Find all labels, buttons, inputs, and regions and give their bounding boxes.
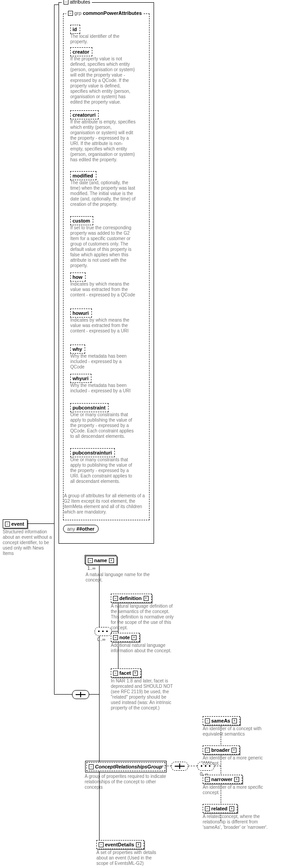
minus-icon[interactable]: − <box>205 718 210 723</box>
minus-icon[interactable]: − <box>89 764 94 769</box>
crg-desc: A group of properites required to indica… <box>85 774 170 790</box>
attr-pubconstrainturi[interactable]: pubconstrainturi <box>70 448 115 457</box>
plus-icon[interactable]: + <box>133 671 138 676</box>
grp-title: −grp commonPowerAttributes <box>66 10 144 16</box>
plus-icon[interactable]: + <box>231 748 236 753</box>
attr-whyuri[interactable]: whyuri <box>70 374 91 383</box>
minus-icon[interactable]: − <box>205 806 210 811</box>
minus-icon[interactable]: − <box>113 596 118 601</box>
plus-icon[interactable]: + <box>109 558 114 563</box>
attr-creator[interactable]: creator <box>70 47 92 56</box>
attr-why[interactable]: why <box>70 345 85 354</box>
attr-creatoruri-desc: If the attribute is empty, specifies whi… <box>70 119 136 163</box>
attr-pubconstraint[interactable]: pubconstraint <box>70 403 109 412</box>
attributes-title: −attributes <box>62 0 92 5</box>
related-desc: A related concept, where the relationshi… <box>203 814 268 830</box>
minus-icon[interactable]: − <box>113 635 118 640</box>
minus-icon[interactable]: − <box>64 0 68 5</box>
minus-icon[interactable]: − <box>205 777 210 782</box>
plus-icon[interactable]: + <box>144 596 149 601</box>
facet-element[interactable]: −facet+ <box>111 668 141 677</box>
note-desc: Additional natural language information … <box>111 643 176 654</box>
minus-icon[interactable]: − <box>5 522 10 527</box>
choice-compositor-1[interactable] <box>95 627 112 636</box>
narrower-desc: An identifier of a more specific concept… <box>203 785 268 795</box>
broader-desc: An identifier of a more generic concept. <box>203 755 268 766</box>
minus-icon[interactable]: − <box>113 671 118 676</box>
plus-icon[interactable]: + <box>234 777 239 782</box>
facet-desc: In NAR 1.8 and later, facet is deprecate… <box>111 678 176 711</box>
grp-desc: A group of attributes for all elements o… <box>64 493 150 515</box>
event-desc: Structured information about an event wi… <box>3 529 52 556</box>
attr-pubconstraint-desc: One or many constraints that apply to pu… <box>70 412 136 439</box>
attr-modified-desc: The date (and, optionally, the time) whe… <box>70 180 136 207</box>
plus-icon[interactable]: + <box>132 635 136 640</box>
name-desc: A natural language name for the concept. <box>86 572 151 583</box>
attr-creator-desc: If the property value is not defined, sp… <box>70 56 136 105</box>
minus-icon[interactable]: − <box>68 11 73 16</box>
concept-relationships-group[interactable]: −ConceptRelationshipsGroup <box>86 762 165 771</box>
narrower-element[interactable]: −narrower+ <box>203 775 242 784</box>
definition-element[interactable]: −definition+ <box>111 594 152 603</box>
minus-icon[interactable]: − <box>99 842 104 847</box>
event-label: event <box>11 521 24 527</box>
minus-icon[interactable]: − <box>88 558 93 563</box>
sameas-desc: An identifier of a concept with equivale… <box>203 726 268 737</box>
attr-howuri-desc: Indicates by which means the value was e… <box>70 318 136 334</box>
eventdetails-element[interactable]: −eventDetails+ <box>96 840 144 849</box>
attr-how-desc: Indicates by which means the value was e… <box>70 282 136 298</box>
attr-id-desc: The local identifier of the property. <box>70 34 136 45</box>
attr-custom-desc: If set to true the corresponding propert… <box>70 225 136 268</box>
attr-id[interactable]: id <box>70 25 80 34</box>
note-element[interactable]: −note+ <box>111 633 140 642</box>
sequence-compositor[interactable] <box>72 690 89 699</box>
attr-how[interactable]: how <box>70 273 86 282</box>
related-element[interactable]: −related+ <box>203 804 237 813</box>
attr-whyuri-desc: Why the metadata has been included - exp… <box>70 383 136 394</box>
sameas-element[interactable]: −sameAs+ <box>203 716 240 725</box>
attr-custom[interactable]: custom <box>70 216 93 225</box>
sequence-compositor-2[interactable] <box>171 762 188 771</box>
name-card: 1..∞ <box>87 566 95 571</box>
attr-why-desc: Why the metadata has been included - exp… <box>70 354 136 370</box>
name-element[interactable]: −name+ <box>86 556 117 565</box>
attr-creatoruri[interactable]: creatoruri <box>70 110 99 119</box>
plus-icon[interactable]: + <box>136 842 141 847</box>
definition-desc: A natural language definition of the sem… <box>111 604 176 631</box>
any-other[interactable]: any ##other <box>63 525 99 533</box>
broader-element[interactable]: −broader+ <box>203 745 240 754</box>
attr-modified[interactable]: modified <box>70 171 96 180</box>
plus-icon[interactable]: + <box>229 806 234 811</box>
attr-pubconstrainturi-desc: One or many constraints that apply to pu… <box>70 457 136 484</box>
plus-icon[interactable]: + <box>232 718 237 723</box>
event-element[interactable]: −event <box>3 519 27 528</box>
minus-icon[interactable]: − <box>205 748 210 753</box>
eventdetails-desc: A set of properties with details about a… <box>96 850 162 866</box>
choice-card: 0..∞ <box>97 637 105 642</box>
attr-howuri[interactable]: howuri <box>70 309 92 318</box>
